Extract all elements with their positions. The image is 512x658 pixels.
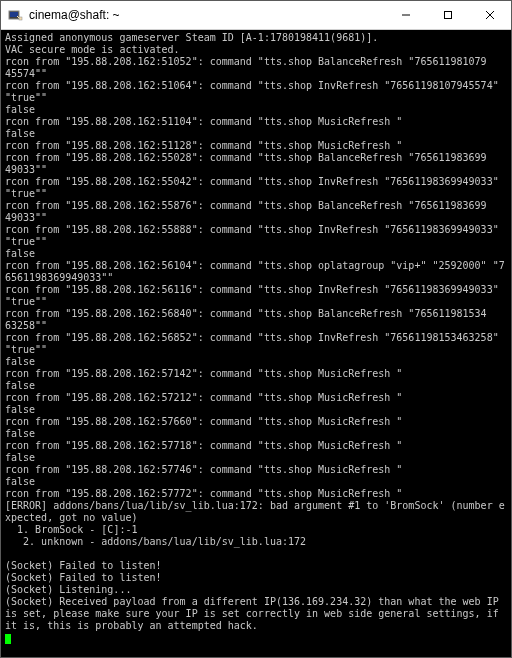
minimize-button[interactable] — [385, 1, 427, 29]
window-controls — [385, 1, 511, 29]
close-button[interactable] — [469, 1, 511, 29]
app-window: cinema@shaft: ~ Assigned anonymous games… — [0, 0, 512, 658]
svg-rect-2 — [19, 17, 22, 20]
putty-icon — [7, 7, 23, 23]
svg-rect-5 — [445, 12, 452, 19]
titlebar[interactable]: cinema@shaft: ~ — [1, 1, 511, 30]
window-title: cinema@shaft: ~ — [29, 8, 385, 22]
maximize-button[interactable] — [427, 1, 469, 29]
terminal-cursor — [5, 634, 11, 644]
terminal-output[interactable]: Assigned anonymous gameserver Steam ID [… — [1, 30, 511, 657]
